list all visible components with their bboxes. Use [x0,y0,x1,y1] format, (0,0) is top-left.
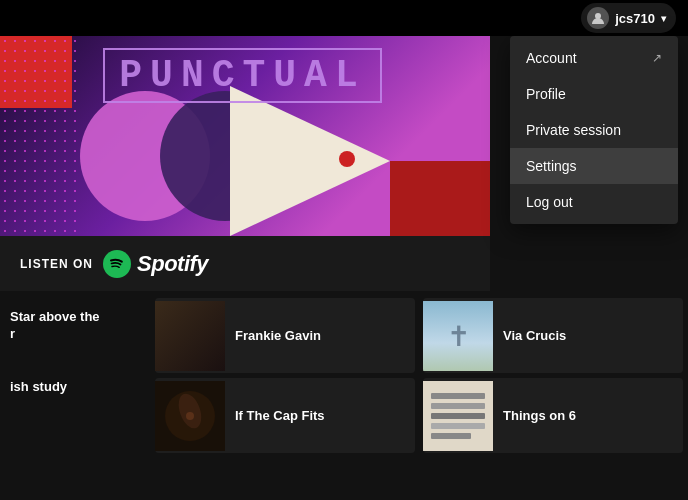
svg-rect-12 [431,393,485,399]
listen-on-label: LISTEN ON [20,257,93,271]
spotify-bar: LISTEN ON Spotify [0,236,490,291]
svg-rect-3 [160,306,220,366]
card-title-frankie-gavin: Frankie Gavin [235,328,321,343]
external-link-icon: ↗ [652,51,662,65]
album-art-things-on-6 [423,381,493,451]
menu-item-account[interactable]: Account ↗ [510,40,678,76]
card-frankie-gavin[interactable]: Frankie Gavin [155,298,415,373]
banner-title: PUNCTUAL [103,48,381,103]
card-title-via-crucis: Via Crucis [503,328,566,343]
card-title-things-on-6: Things on 6 [503,408,576,423]
svg-rect-13 [431,403,485,409]
frankie-gavin-art-svg [155,301,225,371]
svg-point-4 [178,314,202,338]
album-art-kevin-burke [155,381,225,451]
spotify-icon [103,250,131,278]
cards-row-1: Frankie Gavin Via Crucis [155,298,683,373]
svg-rect-6 [175,355,205,359]
svg-rect-5 [170,346,210,352]
username-label: jcs710 [615,11,655,26]
top-bar: jcs710 ▾ [0,0,688,36]
menu-item-logout[interactable]: Log out [510,184,678,220]
card-title-if-the-cap-fits: If The Cap Fits [235,408,325,423]
decorative-red-dot [339,151,355,167]
card-things-on-6[interactable]: Things on 6 [423,378,683,453]
spotify-logo: Spotify [103,250,208,278]
user-avatar [587,7,609,29]
menu-item-private-session[interactable]: Private session [510,112,678,148]
album-art-frankie-gavin [155,301,225,371]
card-via-crucis[interactable]: Via Crucis [423,298,683,373]
things6-art-svg [423,381,493,451]
kevin-burke-art-svg [155,381,225,451]
section-2-label: ish study [0,375,155,400]
card-if-the-cap-fits[interactable]: If The Cap Fits [155,378,415,453]
svg-rect-15 [431,423,485,429]
svg-point-10 [186,412,194,420]
spotify-wordmark: Spotify [137,251,208,277]
chevron-down-icon: ▾ [661,13,666,24]
svg-rect-16 [431,433,471,439]
menu-item-settings[interactable]: Settings [510,148,678,184]
svg-rect-14 [431,413,485,419]
user-menu-button[interactable]: jcs710 ▾ [581,3,676,33]
decorative-red-square-br [390,161,490,241]
album-art-via-crucis [423,301,493,371]
svg-rect-2 [155,301,225,371]
menu-item-profile[interactable]: Profile [510,76,678,112]
svg-point-1 [103,250,131,278]
announcement-banner: PUNCTUAL LISTEN ON Spotify [0,36,490,291]
banner-title-area: PUNCTUAL [85,48,400,103]
user-dropdown-menu: Account ↗ Profile Private session Settin… [510,36,678,224]
cards-row-2: If The Cap Fits Things on 6 [155,378,683,453]
section-1-label: Star above the r [0,305,155,347]
decorative-triangle [230,86,390,236]
